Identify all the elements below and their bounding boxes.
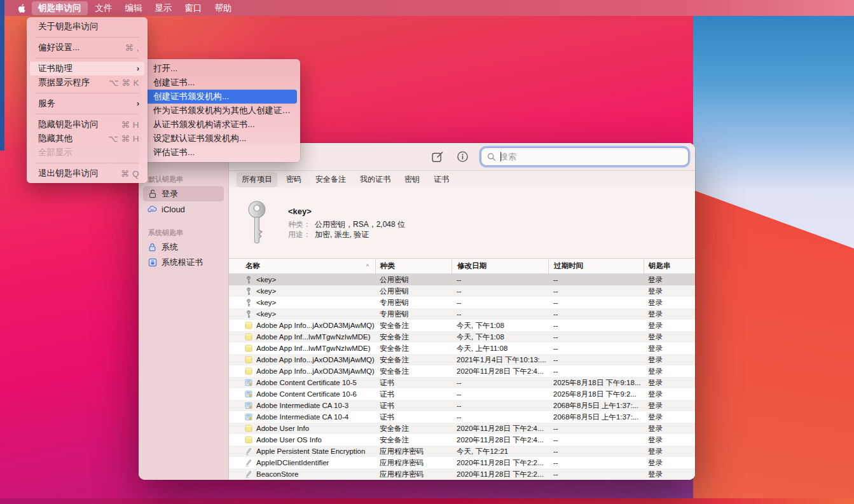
sidebar-item-登录[interactable]: 登录 — [143, 186, 224, 201]
preview-kind-row: 种类：公用密钥，RSA，2,048 位 — [288, 219, 405, 229]
sidebar-item-iCloud[interactable]: iCloud — [143, 201, 224, 217]
cell-keychain: 登录 — [644, 390, 695, 399]
table-row[interactable]: Adobe Content Certificate 10-6证书--2025年8… — [229, 388, 695, 400]
tab-我的证书[interactable]: 我的证书 — [355, 172, 396, 187]
new-item-button[interactable] — [431, 151, 444, 163]
column-header-expires[interactable]: 过期时间 — [548, 259, 644, 273]
cert-assistant-item[interactable]: 创建证书颁发机构... — [145, 90, 297, 104]
column-header-keychain[interactable]: 钥匙串 — [644, 259, 695, 273]
cell-kind: 安全备注 — [375, 424, 451, 433]
cell-keychain: 登录 — [644, 275, 695, 285]
app-menu-item[interactable]: 服务› — [30, 97, 144, 111]
column-header-name[interactable]: 名称^ — [229, 259, 375, 273]
table-row[interactable]: Adobe App Info...jAxODA3MjAwMQ)安全备注今天, 下… — [229, 320, 695, 331]
cell-name: Adobe App Info...jAxODA3MjAwMQ) — [229, 356, 375, 364]
app-menu-item[interactable]: 证书助理› — [30, 62, 144, 76]
app-menu-item[interactable]: 隐藏其他⌥ ⌘ H — [30, 132, 144, 146]
table-row[interactable]: AppleIDClientIdentifier应用程序密码2020年11月28日… — [229, 457, 695, 468]
tab-密码[interactable]: 密码 — [281, 172, 306, 187]
table-row[interactable]: Adobe User OS Info安全备注2020年11月28日 下午2:4.… — [229, 434, 695, 446]
menubar-menu-显示[interactable]: 显示 — [149, 1, 179, 15]
app-menu-item[interactable]: 偏好设置...⌘ , — [30, 41, 144, 55]
cell-kind: 应用程序密码 — [375, 447, 451, 456]
preview-item-name: <key> — [288, 207, 405, 217]
cert-assistant-item[interactable]: 作为证书颁发机构为其他人创建证书... — [145, 104, 297, 118]
cert-assistant-item[interactable]: 创建证书... — [145, 76, 297, 90]
menubar-menu-窗口[interactable]: 窗口 — [179, 1, 209, 15]
cell-expires: 2068年8月5日 上午1:37:... — [548, 401, 644, 411]
main-pane: 所有项目密码安全备注我的证书密钥证书 <key> 种类：公用密钥，RSA，2,0… — [229, 143, 695, 480]
item-name-text: Adobe App Info...jAxODA3MjAwMQ) — [256, 322, 375, 329]
table-row[interactable]: Adobe Content Certificate 10-5证书--2025年8… — [229, 377, 695, 388]
cell-modified: -- — [451, 299, 548, 306]
preview-usage-row: 用途：加密, 派生, 验证 — [288, 229, 405, 240]
table-row[interactable]: Adobe App Inf...IwMTgwNzIwMDE)安全备注今天, 下午… — [229, 331, 695, 343]
app-menu-item[interactable]: 退出钥匙串访问⌘ Q — [30, 167, 144, 180]
cert-assistant-item[interactable]: 从证书颁发机构请求证书... — [145, 118, 297, 132]
table-row[interactable]: BeaconStore应用程序密码2020年11月28日 下午2:2...--登… — [229, 468, 695, 480]
cell-keychain: 登录 — [644, 401, 695, 411]
cell-keychain: 登录 — [644, 470, 695, 479]
cell-kind: 证书 — [375, 401, 451, 411]
app-menu-item[interactable]: 关于钥匙串访问 — [30, 20, 144, 34]
cell-keychain: 登录 — [644, 378, 695, 388]
note-icon — [245, 425, 252, 432]
menu-item-shortcut: ⌘ H — [115, 119, 140, 130]
table-row[interactable]: Adobe App Info...jAxODA3MjAwMQ)安全备注2020年… — [229, 365, 695, 377]
apple-menu[interactable] — [10, 0, 32, 16]
app-pass-icon — [245, 459, 252, 467]
menubar-menu-文件[interactable]: 文件 — [89, 1, 119, 15]
table-row[interactable]: Adobe App Info...jAxODA3MjAwMQ)安全备注2021年… — [229, 354, 695, 365]
table-row[interactable]: Adobe Intermediate CA 10-3证书--2068年8月5日 … — [229, 400, 695, 411]
app-pass-icon — [245, 470, 252, 479]
tab-证书[interactable]: 证书 — [429, 172, 454, 187]
item-name-text: Adobe App Info...jAxODA3MjAwMQ) — [256, 367, 375, 375]
tab-密钥[interactable]: 密钥 — [399, 172, 425, 187]
cert-assistant-item[interactable]: 设定默认证书颁发机构... — [145, 132, 297, 146]
app-menu-item[interactable]: 票据显示程序⌥ ⌘ K — [30, 76, 144, 90]
table-row[interactable]: Adobe Intermediate CA 10-4证书--2068年8月5日 … — [229, 411, 695, 423]
table-row[interactable]: <key>公用密钥----登录 — [229, 285, 695, 297]
cert-assistant-item[interactable]: 打开... — [145, 62, 297, 76]
cell-modified: 2020年11月28日 下午2:4... — [451, 424, 548, 433]
menubar-menu-编辑[interactable]: 编辑 — [119, 1, 149, 15]
cell-kind: 公用密钥 — [375, 275, 451, 285]
menubar-menu-帮助[interactable]: 帮助 — [209, 1, 238, 15]
menu-item-label: 打开... — [153, 63, 177, 74]
table-row[interactable]: <key>专用密钥----登录 — [229, 297, 695, 308]
menu-item-label: 作为证书颁发机构为其他人创建证书... — [153, 105, 292, 116]
cell-modified: -- — [451, 276, 548, 283]
column-header-modified[interactable]: 修改日期 — [451, 259, 548, 273]
cell-keychain: 登录 — [644, 298, 695, 308]
text-caret — [500, 152, 501, 161]
table-row[interactable]: <key>专用密钥----登录 — [229, 308, 695, 320]
table-row[interactable]: <key>公用密钥----登录 — [229, 274, 695, 285]
cert-assistant-item[interactable]: 评估证书... — [145, 146, 297, 160]
sidebar-item-label: iCloud — [162, 205, 185, 214]
item-name-text: AppleIDClientIdentifier — [256, 459, 329, 467]
search-input[interactable] — [500, 152, 682, 161]
table-row[interactable]: Adobe User Info安全备注2020年11月28日 下午2:4...-… — [229, 423, 695, 434]
column-header-kind[interactable]: 种类 — [375, 259, 451, 273]
item-name-text: <key> — [256, 299, 276, 306]
item-name-text: Adobe App Inf...IwMTgwNzIwMDE) — [256, 344, 371, 352]
cell-kind: 专用密钥 — [375, 298, 451, 308]
cell-name: Adobe App Inf...IwMTgwNzIwMDE) — [229, 344, 375, 352]
cell-keychain: 登录 — [644, 435, 695, 445]
cert-icon — [245, 390, 252, 398]
tab-所有项目[interactable]: 所有项目 — [237, 172, 277, 187]
cell-expires: 2025年8月18日 下午9:2... — [548, 390, 644, 399]
table-row[interactable]: Adobe App Inf...IwMTgwNzIwMDE)安全备注今天, 上午… — [229, 343, 695, 354]
note-icon — [245, 356, 252, 364]
app-menu-item[interactable]: 隐藏钥匙串访问⌘ H — [30, 118, 144, 132]
info-button[interactable] — [457, 151, 469, 163]
sidebar-item-系统根证书[interactable]: 系统根证书 — [143, 255, 224, 270]
menu-bar: 钥匙串访问 文件编辑显示窗口帮助 — [0, 0, 854, 16]
search-field[interactable] — [481, 148, 688, 165]
key-icon — [245, 287, 252, 296]
tab-安全备注[interactable]: 安全备注 — [310, 172, 351, 187]
sidebar-item-系统[interactable]: 系统 — [143, 240, 224, 255]
menubar-app-title[interactable]: 钥匙串访问 — [32, 1, 88, 15]
note-icon — [245, 333, 252, 341]
table-row[interactable]: Apple Persistent State Encryption应用程序密码今… — [229, 446, 695, 457]
